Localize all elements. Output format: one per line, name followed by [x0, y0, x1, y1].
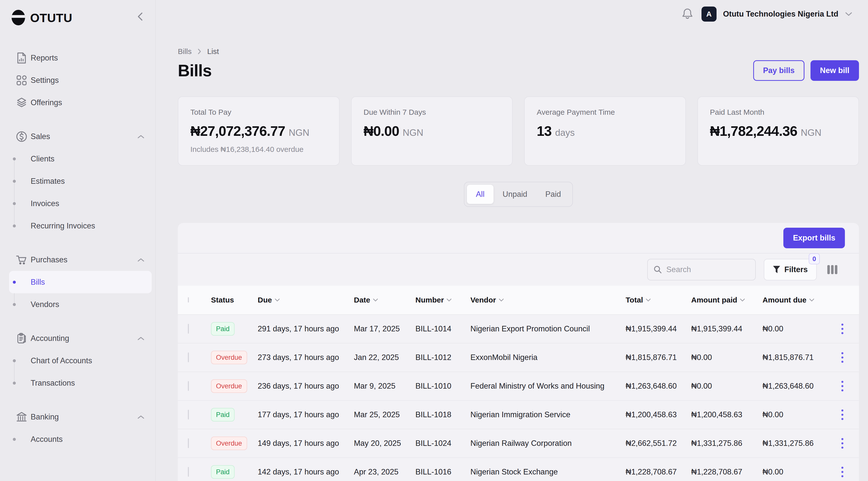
- sidebar-collapse-button[interactable]: [134, 10, 147, 23]
- total-cell: ₦1,263,648.60: [626, 382, 691, 391]
- table-row[interactable]: Overdue 236 days, 17 hours ago Mar 9, 20…: [178, 372, 859, 400]
- filters-label: Filters: [784, 265, 808, 274]
- bullet-dot-icon: [13, 157, 16, 160]
- clipboard-icon: [16, 332, 28, 345]
- layers-icon: [16, 97, 28, 109]
- filter-funnel-icon: [773, 266, 780, 274]
- brand-name: OTUTU: [30, 11, 72, 25]
- sidebar-item-vendors[interactable]: Vendors: [9, 293, 152, 316]
- breadcrumb: Bills List: [178, 47, 219, 56]
- sidebar-item-reports[interactable]: Reports: [9, 47, 152, 69]
- tab-paid[interactable]: Paid: [536, 185, 570, 204]
- chevron-up-icon: [137, 415, 145, 419]
- vendor-cell: Nigerian Export Promotion Council: [470, 324, 626, 333]
- tab-unpaid[interactable]: Unpaid: [494, 185, 536, 204]
- filters-button[interactable]: Filters 0: [764, 259, 817, 281]
- sidebar-item-accounts[interactable]: Accounts: [9, 428, 152, 450]
- date-cell: Mar 9, 2025: [354, 382, 415, 391]
- row-checkbox[interactable]: [188, 467, 189, 477]
- report-document-icon: [16, 52, 28, 64]
- sidebar: OTUTU Reports Settings Offerings Sales C…: [0, 0, 156, 481]
- sidebar-nav: Reports Settings Offerings Sales Clients…: [0, 47, 155, 450]
- row-checkbox[interactable]: [188, 438, 189, 448]
- col-total[interactable]: Total: [626, 296, 691, 304]
- col-number[interactable]: Number: [415, 296, 470, 304]
- vendor-cell: ExxonMobil Nigeria: [470, 353, 626, 362]
- chevron-up-icon: [137, 134, 145, 139]
- breadcrumb-chevron-icon: [197, 48, 202, 55]
- amount-due-cell: ₦0.00: [763, 410, 830, 419]
- vendor-cell: Federal Ministry of Works and Housing: [470, 382, 626, 391]
- card-label: Paid Last Month: [710, 108, 847, 117]
- page-title: Bills: [178, 61, 212, 80]
- bullet-dot-icon: [13, 438, 16, 441]
- amount-due-cell: ₦1,815,876.71: [763, 353, 830, 362]
- sidebar-item-bills[interactable]: Bills: [9, 271, 152, 293]
- table-row[interactable]: Paid 291 days, 17 hours ago Mar 17, 2025…: [178, 314, 859, 343]
- status-badge: Paid: [211, 322, 235, 335]
- main-content: Bills List Bills Pay bills New bill Tota…: [178, 0, 859, 481]
- col-amount-paid[interactable]: Amount paid: [691, 296, 763, 304]
- sidebar-item-clients[interactable]: Clients: [9, 148, 152, 170]
- sidebar-item-invoices[interactable]: Invoices: [9, 192, 152, 215]
- row-checkbox[interactable]: [188, 381, 189, 391]
- sidebar-item-estimates[interactable]: Estimates: [9, 170, 152, 192]
- row-menu-button[interactable]: [835, 435, 850, 452]
- table-row[interactable]: Paid 177 days, 17 hours ago Mar 25, 2025…: [178, 400, 859, 429]
- status-badge: Overdue: [211, 437, 247, 450]
- pay-bills-button[interactable]: Pay bills: [753, 60, 804, 81]
- columns-toggle-button[interactable]: [824, 262, 840, 278]
- status-badge: Overdue: [211, 379, 247, 393]
- sort-chevron-icon: [499, 298, 504, 302]
- row-menu-button[interactable]: [835, 463, 850, 481]
- col-due[interactable]: Due: [258, 296, 354, 304]
- sidebar-item-settings[interactable]: Settings: [9, 69, 152, 91]
- breadcrumb-bills[interactable]: Bills: [178, 47, 192, 56]
- table-row[interactable]: Overdue 273 days, 17 hours ago Jan 22, 2…: [178, 343, 859, 372]
- card-value: ₦1,782,244.36: [710, 123, 798, 139]
- row-checkbox[interactable]: [188, 352, 189, 362]
- sidebar-item-banking[interactable]: Banking: [9, 406, 152, 428]
- col-date[interactable]: Date: [354, 296, 415, 304]
- col-amount-due[interactable]: Amount due: [763, 296, 830, 304]
- amount-due-cell: ₦0.00: [763, 324, 830, 333]
- search-input[interactable]: [666, 265, 747, 274]
- new-bill-button[interactable]: New bill: [810, 60, 859, 81]
- row-checkbox[interactable]: [188, 410, 189, 419]
- sidebar-item-accounting[interactable]: Accounting: [9, 327, 152, 349]
- cart-icon: [16, 254, 28, 266]
- col-vendor[interactable]: Vendor: [470, 296, 626, 304]
- date-cell: Apr 23, 2025: [354, 468, 415, 477]
- export-row: Export bills: [178, 223, 859, 254]
- table-row[interactable]: Overdue 149 days, 17 hours ago May 20, 2…: [178, 429, 859, 457]
- sidebar-item-transactions[interactable]: Transactions: [9, 372, 152, 394]
- sidebar-item-offerings[interactable]: Offerings: [9, 91, 152, 114]
- card-value: ₦27,072,376.77: [190, 123, 285, 139]
- row-menu-button[interactable]: [835, 377, 850, 395]
- breadcrumb-list[interactable]: List: [207, 47, 219, 56]
- row-menu-button[interactable]: [835, 320, 850, 338]
- sidebar-item-recurring-invoices[interactable]: Recurring Invoices: [9, 215, 152, 237]
- row-menu-button[interactable]: [835, 349, 850, 366]
- bullet-dot-icon: [13, 281, 16, 284]
- total-cell: ₦1,915,399.44: [626, 324, 691, 333]
- card-label: Due Within 7 Days: [364, 108, 500, 117]
- number-cell: BILL-1012: [415, 353, 470, 362]
- search-icon: [653, 265, 662, 274]
- summary-cards: Total To Pay ₦27,072,376.77 NGN Includes…: [178, 96, 859, 166]
- grid-icon: [16, 74, 28, 86]
- export-bills-button[interactable]: Export bills: [783, 228, 845, 248]
- sidebar-item-sales[interactable]: Sales: [9, 125, 152, 148]
- amount-paid-cell: ₦1,915,399.44: [691, 324, 763, 333]
- tab-all[interactable]: All: [467, 185, 494, 204]
- due-cell: 177 days, 17 hours ago: [258, 410, 354, 419]
- row-checkbox[interactable]: [188, 324, 189, 334]
- table-row[interactable]: Paid 142 days, 17 hours ago Apr 23, 2025…: [178, 457, 859, 481]
- sort-chevron-icon: [809, 298, 814, 302]
- row-menu-button[interactable]: [835, 406, 850, 423]
- bank-icon: [16, 411, 28, 423]
- select-all-checkbox[interactable]: [188, 297, 189, 302]
- sidebar-item-purchases[interactable]: Purchases: [9, 249, 152, 271]
- brand-logo: OTUTU: [10, 8, 72, 27]
- sidebar-item-chart-of-accounts[interactable]: Chart of Accounts: [9, 349, 152, 372]
